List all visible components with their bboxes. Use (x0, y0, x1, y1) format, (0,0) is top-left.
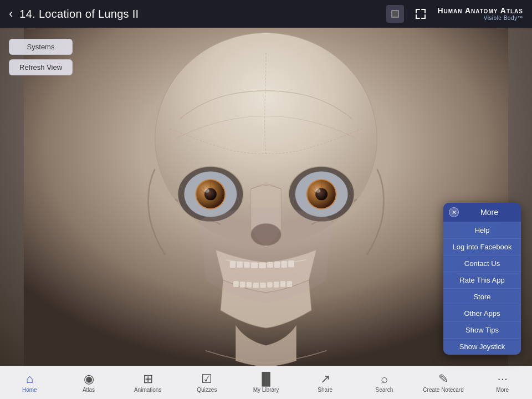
more-icon: ··· (498, 373, 508, 385)
nav-item-search[interactable]: ⌕Search (355, 366, 414, 399)
back-button[interactable]: ‹ (9, 8, 13, 20)
more-popup-show-joystick-button[interactable]: Show Joystick (443, 339, 521, 355)
more-popup-contact-us-button[interactable]: Contact Us (443, 255, 521, 272)
brand: Human Anatomy Atlas Visible Body™ (437, 6, 523, 22)
left-panel: Systems Refresh View (9, 39, 73, 75)
home-label: Home (22, 387, 37, 393)
bottom-nav: ⌂Home◉Atlas⊞Animations☑Quizzes▐▌My Libra… (0, 366, 532, 399)
nav-item-animations[interactable]: ⊞Animations (118, 366, 177, 399)
create-notecard-icon: ✎ (438, 373, 448, 385)
more-popup-title: More (463, 208, 515, 217)
home-icon: ⌂ (26, 373, 33, 385)
more-popup-help-button[interactable]: Help (443, 222, 521, 239)
quizzes-label: Quizzes (197, 387, 217, 393)
header-right: Human Anatomy Atlas Visible Body™ (386, 5, 523, 23)
quizzes-icon: ☑ (201, 373, 212, 385)
more-popup-store-button[interactable]: Store (443, 289, 521, 305)
share-icon: ↗ (320, 373, 330, 385)
brand-subtitle: Visible Body™ (437, 15, 523, 22)
svg-point-17 (204, 188, 209, 192)
more-popup-show-tips-button[interactable]: Show Tips (443, 322, 521, 339)
nav-item-atlas[interactable]: ◉Atlas (59, 366, 119, 399)
atlas-icon: ◉ (84, 373, 94, 385)
nav-item-more[interactable]: ···More (473, 366, 532, 399)
more-popup-header: ✕ More (443, 203, 521, 222)
create-notecard-label: Create Notecard (423, 387, 463, 393)
search-icon: ⌕ (381, 373, 388, 385)
more-popup-other-apps-button[interactable]: Other Apps (443, 305, 521, 322)
systems-button[interactable]: Systems (9, 39, 73, 55)
my-library-icon: ▐▌ (257, 373, 274, 385)
animations-icon: ⊞ (143, 373, 153, 385)
expand-icon (415, 8, 426, 19)
nav-item-home[interactable]: ⌂Home (0, 366, 59, 399)
search-label: Search (376, 387, 393, 393)
my-library-label: My Library (253, 387, 279, 393)
animations-label: Animations (134, 387, 161, 393)
header-left: ‹ 14. Location of Lungs II (9, 8, 139, 21)
thumbnail-icon (390, 9, 400, 19)
nav-item-quizzes[interactable]: ☑Quizzes (177, 366, 237, 399)
expand-button[interactable] (412, 5, 429, 23)
share-label: Share (318, 387, 332, 393)
more-popup-menu: HelpLog into FacebookContact UsRate This… (443, 222, 521, 355)
nav-item-share[interactable]: ↗Share (295, 366, 355, 399)
more-popup-close-button[interactable]: ✕ (449, 207, 459, 217)
nav-item-create-notecard[interactable]: ✎Create Notecard (414, 366, 473, 399)
nav-item-my-library[interactable]: ▐▌My Library (237, 366, 296, 399)
app-header: ‹ 14. Location of Lungs II Human Anatomy… (0, 0, 532, 28)
more-popup-log-into-facebook-button[interactable]: Log into Facebook (443, 239, 521, 255)
thumbnail-button[interactable] (386, 5, 404, 23)
more-label: More (496, 387, 509, 393)
svg-rect-1 (392, 11, 398, 17)
brand-title: Human Anatomy Atlas (437, 6, 523, 16)
more-popup: ✕ More HelpLog into FacebookContact UsRa… (443, 203, 521, 355)
page-title: 14. Location of Lungs II (19, 8, 139, 21)
svg-point-27 (315, 188, 320, 192)
atlas-label: Atlas (83, 387, 95, 393)
refresh-view-button[interactable]: Refresh View (9, 59, 73, 75)
more-popup-rate-this-app-button[interactable]: Rate This App (443, 272, 521, 289)
